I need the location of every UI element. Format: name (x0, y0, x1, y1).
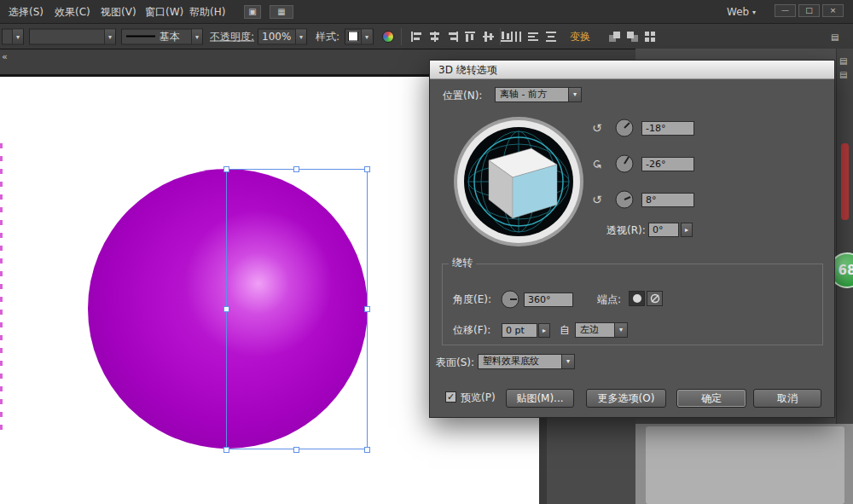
style-swatch-combo[interactable]: ▾ (345, 28, 374, 44)
selection-handle[interactable] (223, 447, 229, 453)
distribute-vertical-icon[interactable] (526, 30, 541, 43)
opacity-combo[interactable]: 100% ▾ (258, 28, 307, 44)
bottom-panel-divider (539, 418, 547, 504)
minimize-button[interactable]: — (775, 4, 796, 17)
recolor-artwork-icon[interactable] (382, 31, 394, 43)
stroke-style-combo[interactable]: 基本 ▾ (121, 28, 203, 44)
fill-color-combo[interactable]: ▾ (2, 28, 24, 44)
selection-handle[interactable] (364, 447, 370, 453)
bring-forward-icon[interactable] (607, 30, 622, 43)
perspective-slider-icon[interactable]: ▸ (681, 223, 693, 237)
collapse-left-icon[interactable]: « (2, 52, 8, 62)
angle-label: 角度(E): (453, 292, 491, 307)
close-button[interactable]: × (822, 4, 844, 17)
caret-down-icon: ▾ (361, 29, 372, 43)
angle-field[interactable]: 360° (524, 293, 573, 307)
caret-down-icon: ▾ (614, 323, 627, 337)
caret-down-icon: ▾ (191, 29, 202, 43)
stroke-profile-combo[interactable]: ▾ (29, 28, 116, 44)
surface-label: 表面(S): (436, 355, 474, 370)
badge-value: 68 (838, 263, 853, 278)
align-middle-vertical-icon[interactable] (481, 30, 496, 43)
ok-button[interactable]: 确定 (676, 389, 746, 408)
panel-icon-bottom[interactable]: ▤ (839, 70, 847, 79)
opacity-value: 100% (258, 31, 295, 43)
offset-slider-icon[interactable]: ▸ (538, 323, 550, 338)
document-icon[interactable]: ▣ (244, 5, 261, 19)
align-group (409, 30, 514, 43)
selection-handle[interactable] (293, 447, 299, 453)
arrange-documents-icon[interactable]: ▦ (270, 5, 293, 19)
cap-label: 端点: (597, 292, 621, 307)
caret-down-icon: ▾ (12, 29, 23, 43)
rotate-y-dial[interactable] (614, 154, 635, 174)
cap-solid-button[interactable] (629, 291, 645, 306)
position-dropdown[interactable]: 离轴 - 前方 ▾ (495, 87, 582, 102)
group-objects-icon[interactable] (643, 30, 658, 43)
caret-down-icon: ▾ (561, 355, 574, 368)
opacity-label[interactable]: 不透明度: (210, 29, 254, 43)
align-left-icon[interactable] (409, 30, 424, 43)
restore-button[interactable]: □ (798, 4, 820, 17)
align-center-horizontal-icon[interactable] (427, 30, 442, 43)
selection-bounding-box (226, 169, 368, 449)
transform-label[interactable]: 变换 (570, 29, 590, 43)
preview-checkbox[interactable]: ✓ (445, 391, 456, 403)
menu-view[interactable]: 视图(V) (96, 0, 142, 24)
stroke-preset-label: 基本 (160, 29, 191, 43)
surface-value: 塑料效果底纹 (479, 355, 561, 368)
menu-select[interactable]: 选择(S) (3, 0, 49, 24)
workspace-caret-icon: ▾ (752, 9, 756, 16)
control-panel-menu-icon[interactable]: ▤ (831, 32, 838, 41)
panel-icon-top[interactable]: ▤ (839, 56, 847, 66)
rotate-x-dial[interactable] (614, 118, 635, 138)
rotate-y-icon: ↺ (589, 159, 605, 169)
cancel-button[interactable]: 取消 (753, 389, 821, 408)
style-swatch (348, 32, 358, 42)
send-backward-icon[interactable] (625, 30, 640, 43)
menu-help[interactable]: 帮助(H) (184, 0, 230, 24)
distribute-horizontal-icon[interactable] (508, 30, 523, 43)
workspace-switcher[interactable]: Web (727, 6, 749, 18)
rotate-z-dial[interactable] (614, 189, 635, 210)
caret-down-icon: ▾ (568, 88, 581, 101)
artboard-guide-dashes (0, 143, 3, 433)
selection-handle[interactable] (364, 166, 370, 172)
surface-dropdown[interactable]: 塑料效果底纹 ▾ (478, 354, 575, 369)
offset-label: 位移(F): (453, 322, 490, 338)
align-top-icon[interactable] (463, 30, 478, 43)
rotate-z-field[interactable]: 8° (641, 193, 694, 207)
track-cube-preview[interactable] (453, 116, 584, 247)
edge-dropdown[interactable]: 左边 ▾ (575, 322, 628, 338)
selection-handle[interactable] (223, 306, 229, 312)
position-label: 位置(N): (443, 88, 482, 103)
more-options-button[interactable]: 更多选项(O) (586, 389, 666, 408)
red-scroll-strip (841, 143, 849, 220)
map-art-button[interactable]: 贴图(M)... (506, 389, 574, 408)
align-right-icon[interactable] (445, 30, 460, 43)
caret-down-icon: ▾ (295, 29, 306, 43)
arrange-group (607, 30, 658, 43)
dialog-title: 3D 绕转选项 (430, 61, 834, 79)
stroke-line-icon (126, 36, 155, 38)
dialog-body: 位置(N): 离轴 - 前方 ▾ (430, 79, 834, 417)
selection-handle[interactable] (223, 166, 229, 172)
rotate-x-icon: ↺ (592, 120, 602, 136)
position-value: 离轴 - 前方 (496, 88, 568, 101)
distribute-spacing-icon[interactable] (544, 30, 559, 43)
selection-handle[interactable] (293, 166, 299, 172)
rotate-z-icon: ↺ (592, 192, 602, 207)
rotate-x-field[interactable]: -18° (641, 121, 694, 136)
menu-effect[interactable]: 效果(C) (49, 0, 96, 24)
angle-dial[interactable] (500, 289, 520, 310)
perspective-field[interactable]: 0° (648, 223, 679, 237)
menu-window[interactable]: 窗口(W) (140, 0, 189, 24)
selection-handle[interactable] (364, 306, 370, 312)
separator (401, 28, 402, 45)
rotate-y-field[interactable]: -26° (641, 157, 694, 171)
revolve-options-dialog: 3D 绕转选项 位置(N): 离轴 - 前方 ▾ (429, 60, 835, 418)
cap-hollow-button[interactable] (647, 291, 663, 306)
offset-field[interactable]: 0 pt (502, 323, 537, 338)
style-label: 样式: (316, 29, 339, 43)
illustrator-window: 选择(S) 效果(C) 视图(V) 窗口(W) 帮助(H) ▣ ▦ Web ▾ … (0, 0, 853, 504)
